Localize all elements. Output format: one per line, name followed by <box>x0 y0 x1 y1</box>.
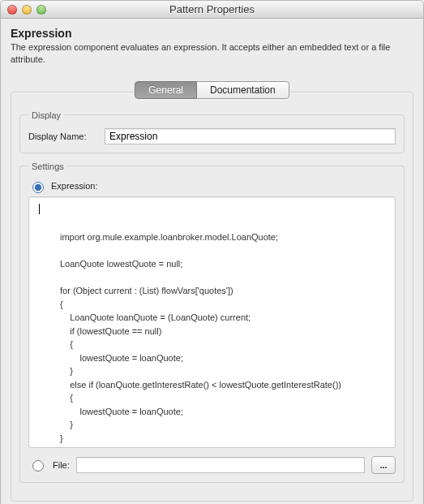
tab-bar: General Documentation <box>11 74 413 92</box>
zoom-icon[interactable] <box>36 5 46 15</box>
file-radio-label: File: <box>53 460 70 470</box>
expression-radio[interactable] <box>32 182 44 193</box>
expression-code: import org.mule.example.loanbroker.model… <box>37 218 387 448</box>
text-cursor <box>39 204 40 214</box>
page-heading: Expression <box>11 27 413 40</box>
segmented-control: General Documentation <box>135 81 289 99</box>
expression-textarea[interactable]: import org.mule.example.loanbroker.model… <box>28 196 396 448</box>
close-icon[interactable] <box>7 5 17 15</box>
file-radio[interactable] <box>32 460 44 472</box>
display-name-input[interactable] <box>105 128 396 144</box>
file-path-input[interactable] <box>76 457 365 473</box>
window-title: Pattern Properties <box>1 3 423 15</box>
display-group: Display Display Name: <box>19 110 405 153</box>
tab-documentation[interactable]: Documentation <box>197 81 289 99</box>
display-name-row: Display Name: <box>28 128 396 144</box>
content-area: Expression The expression component eval… <box>1 19 423 504</box>
tab-general[interactable]: General <box>135 81 197 99</box>
general-panel: Display Display Name: Settings Expressio… <box>11 92 413 502</box>
settings-group: Settings Expression: import org.mule.exa… <box>19 162 405 483</box>
display-name-label: Display Name: <box>28 131 98 141</box>
minimize-icon[interactable] <box>22 5 32 15</box>
expression-radio-row: Expression: <box>28 179 396 193</box>
expression-radio-label: Expression: <box>51 181 97 191</box>
browse-button[interactable]: ... <box>371 456 396 474</box>
display-legend: Display <box>28 110 64 120</box>
settings-legend: Settings <box>28 162 67 171</box>
dialog-window: Pattern Properties Expression The expres… <box>0 0 424 504</box>
file-row: File: ... <box>28 456 396 474</box>
traffic-lights <box>1 5 46 15</box>
page-description: The expression component evaluates an ex… <box>11 41 413 66</box>
titlebar: Pattern Properties <box>1 1 423 19</box>
